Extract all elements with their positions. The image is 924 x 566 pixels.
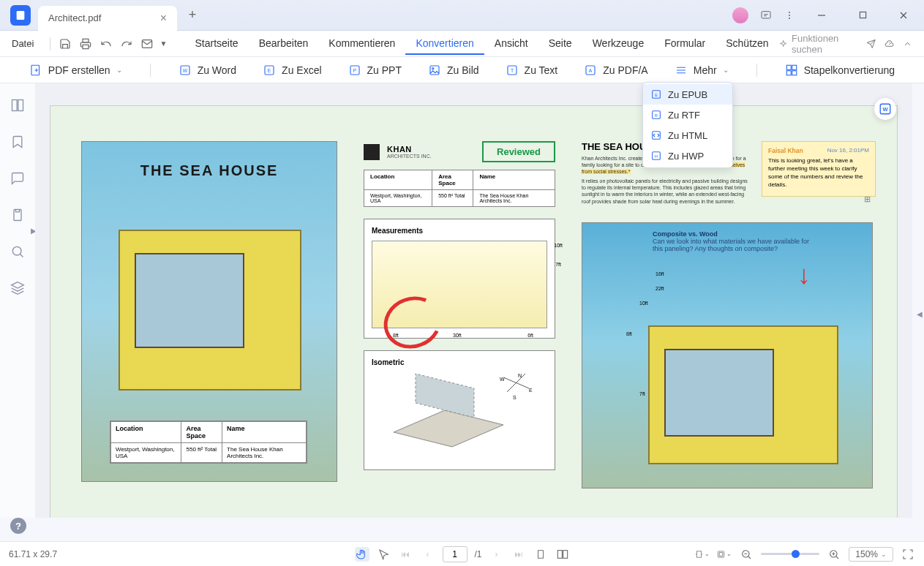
svg-text:T: T [511,68,514,73]
batch-icon [785,64,798,77]
zoom-out-icon[interactable] [739,547,754,562]
menu-schuetzen[interactable]: Schützen [715,33,778,55]
menu-konvertieren[interactable]: Konvertieren [405,33,484,55]
prev-page-icon[interactable]: ‹ [420,547,435,562]
info-table-2: LocationArea SpaceName Westport, Washing… [364,170,555,207]
next-page-icon[interactable]: › [489,547,504,562]
menu-werkzeuge[interactable]: Werkzeuge [582,33,655,55]
batch-convert-button[interactable]: Stapelkonvertierung [782,61,898,80]
close-window-button[interactable] [889,4,918,27]
close-tab-icon[interactable]: × [160,12,167,25]
menu-seite[interactable]: Seite [538,33,582,55]
svg-rect-7 [83,39,89,42]
maximize-button[interactable] [848,4,877,27]
separator [50,37,50,50]
sticky-expand-icon[interactable]: ⊞ [864,194,871,205]
khan-logo [364,144,380,160]
bookmark-icon[interactable] [10,135,25,149]
send-icon[interactable] [866,38,876,50]
cloud-sync-icon[interactable] [884,38,894,50]
thumbnails-icon[interactable] [10,98,25,113]
more-dropdown: E Zu EPUB R Zu RTF Zu HTML H Zu HWP [642,82,733,168]
search-panel-icon[interactable] [10,244,25,259]
to-image-button[interactable]: Zu Bild [425,61,482,80]
dropdown-item-html[interactable]: Zu HTML [643,125,732,146]
select-tool-icon[interactable] [376,547,391,562]
redo-icon[interactable] [118,34,135,54]
single-page-icon[interactable] [533,547,548,562]
convert-toolbar: PDF erstellen ⌄ WZu Word EZu Excel PZu P… [0,57,924,83]
menu-bearbeiten[interactable]: Bearbeiten [249,33,319,55]
svg-point-3 [789,15,790,16]
dropdown-item-rtf[interactable]: R Zu RTF [643,105,732,125]
print-icon[interactable] [77,34,94,54]
menu-startseite[interactable]: Startseite [185,33,249,55]
dropdown-item-hwp[interactable]: H Zu HWP [643,146,732,166]
function-search[interactable]: Funktionen suchen [779,33,857,55]
undo-icon[interactable] [97,34,115,54]
sticky-note[interactable]: Faisal Khan Nov 16, 2:01PM This is looki… [762,141,876,197]
zoom-slider[interactable] [761,553,819,555]
hand-tool-icon[interactable] [354,547,369,562]
svg-rect-50 [563,550,567,558]
to-excel-button[interactable]: EZu Excel [260,61,324,80]
svg-marker-37 [12,282,24,288]
svg-rect-51 [697,551,702,556]
svg-rect-33 [12,100,18,111]
kebab-menu-icon[interactable] [784,10,795,21]
zoom-level[interactable]: 150%⌄ [849,547,893,562]
word-icon: W [179,64,192,77]
create-pdf-button[interactable]: PDF erstellen ⌄ [26,61,125,80]
statusbar: 61.71 x 29.7 ⏮ ‹ /1 › ⏭ ⌄ ⌄ 150%⌄ [0,541,924,566]
svg-point-2 [789,12,790,13]
page-input[interactable] [442,546,467,562]
attachments-icon[interactable] [10,208,25,222]
quickbar-dropdown-icon[interactable]: ▼ [160,39,168,48]
more-button[interactable]: Mehr⌄ [672,61,732,80]
inline-comment: Composite vs. Wood Can we look into what… [653,230,821,252]
svg-rect-52 [718,551,724,556]
menu-ansicht[interactable]: Ansicht [484,33,538,55]
two-page-icon[interactable] [555,547,570,562]
new-tab-button[interactable]: + [181,7,203,23]
text-icon: T [506,64,519,77]
app-logo[interactable] [10,5,31,26]
more-icon [675,64,688,77]
svg-rect-25 [792,70,796,75]
zoom-in-icon[interactable] [827,547,841,562]
first-page-icon[interactable]: ⏮ [398,547,413,562]
help-button[interactable]: ? [10,518,26,534]
dropdown-item-epub[interactable]: E Zu EPUB [643,84,732,105]
to-pdfa-button[interactable]: AZu PDF/A [581,61,650,80]
document-tab[interactable]: Architect.pdf × [38,6,177,31]
sticky-author: Faisal Khan [768,147,803,155]
separator [756,64,757,77]
epub-icon: E [650,88,662,100]
document-viewport[interactable]: THE SEA HOUSE LocationArea SpaceName Wes… [35,83,912,518]
zoom-thumb[interactable] [792,550,800,558]
file-menu[interactable]: Datei [4,35,41,52]
menu-formular[interactable]: Formular [654,33,715,55]
svg-rect-49 [557,550,562,558]
user-avatar[interactable] [732,7,748,23]
layers-icon[interactable] [10,281,25,295]
menu-kommentieren[interactable]: Kommentieren [318,33,405,55]
comments-icon[interactable] [10,171,25,186]
sparkle-icon [779,39,787,49]
svg-rect-1 [762,11,770,18]
expand-right-panel-icon[interactable]: ◀ [917,310,923,318]
fullscreen-icon[interactable] [901,547,915,562]
to-text-button[interactable]: TZu Text [503,61,561,80]
to-word-button[interactable]: WZu Word [176,61,239,80]
svg-text:N: N [518,373,522,378]
last-page-icon[interactable]: ⏭ [511,547,526,562]
comment-icon[interactable] [760,10,772,21]
fit-page-icon[interactable]: ⌄ [695,547,710,562]
to-ppt-button[interactable]: PZu PPT [345,61,405,80]
save-icon[interactable] [56,34,74,54]
minimize-button[interactable] [807,4,836,27]
quick-convert-word-button[interactable]: W [874,98,896,120]
read-mode-icon[interactable]: ⌄ [717,547,732,562]
mail-icon[interactable] [138,34,156,54]
collapse-ribbon-icon[interactable] [903,38,912,50]
